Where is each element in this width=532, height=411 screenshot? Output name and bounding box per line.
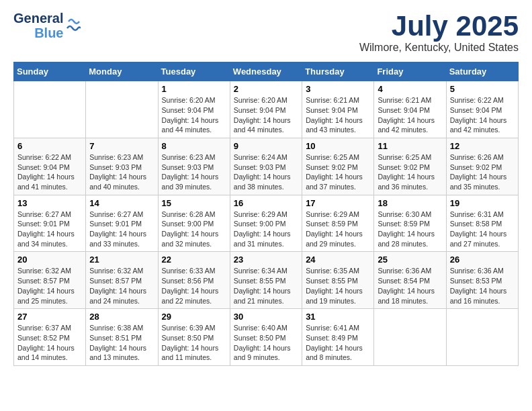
calendar-cell: 23Sunrise: 6:34 AM Sunset: 8:55 PM Dayli… xyxy=(230,252,302,309)
day-number: 11 xyxy=(378,141,442,151)
header-sunday: Sunday xyxy=(14,62,86,81)
calendar-cell: 27Sunrise: 6:37 AM Sunset: 8:52 PM Dayli… xyxy=(14,309,86,366)
day-info: Sunrise: 6:27 AM Sunset: 9:01 PM Dayligh… xyxy=(17,210,82,249)
day-number: 6 xyxy=(17,141,82,151)
calendar-cell: 2Sunrise: 6:20 AM Sunset: 9:04 PM Daylig… xyxy=(230,81,302,138)
day-number: 26 xyxy=(450,255,515,265)
calendar-week-row: 27Sunrise: 6:37 AM Sunset: 8:52 PM Dayli… xyxy=(14,309,519,366)
calendar-cell: 31Sunrise: 6:41 AM Sunset: 8:49 PM Dayli… xyxy=(302,309,374,366)
calendar-cell: 13Sunrise: 6:27 AM Sunset: 9:01 PM Dayli… xyxy=(14,195,86,252)
day-number: 12 xyxy=(450,141,515,151)
day-number: 25 xyxy=(378,255,442,265)
header-thursday: Thursday xyxy=(302,62,374,81)
day-info: Sunrise: 6:28 AM Sunset: 9:00 PM Dayligh… xyxy=(162,210,226,249)
day-info: Sunrise: 6:34 AM Sunset: 8:55 PM Dayligh… xyxy=(234,266,298,306)
day-info: Sunrise: 6:20 AM Sunset: 9:04 PM Dayligh… xyxy=(234,95,298,135)
calendar-cell: 26Sunrise: 6:36 AM Sunset: 8:53 PM Dayli… xyxy=(446,252,518,309)
calendar-cell: 3Sunrise: 6:21 AM Sunset: 9:04 PM Daylig… xyxy=(302,81,374,138)
day-info: Sunrise: 6:22 AM Sunset: 9:04 PM Dayligh… xyxy=(450,95,515,135)
calendar-cell: 6Sunrise: 6:22 AM Sunset: 9:04 PM Daylig… xyxy=(14,138,86,195)
calendar-cell xyxy=(86,81,158,138)
day-info: Sunrise: 6:37 AM Sunset: 8:52 PM Dayligh… xyxy=(17,323,82,363)
calendar-cell: 4Sunrise: 6:21 AM Sunset: 9:04 PM Daylig… xyxy=(374,81,446,138)
calendar-cell: 25Sunrise: 6:36 AM Sunset: 8:54 PM Dayli… xyxy=(374,252,446,309)
calendar-cell: 11Sunrise: 6:25 AM Sunset: 9:02 PM Dayli… xyxy=(374,138,446,195)
calendar-week-row: 13Sunrise: 6:27 AM Sunset: 9:01 PM Dayli… xyxy=(14,195,519,252)
calendar-cell: 10Sunrise: 6:25 AM Sunset: 9:02 PM Dayli… xyxy=(302,138,374,195)
day-info: Sunrise: 6:21 AM Sunset: 9:04 PM Dayligh… xyxy=(306,95,370,135)
header-tuesday: Tuesday xyxy=(158,62,230,81)
day-number: 21 xyxy=(89,255,154,265)
day-info: Sunrise: 6:36 AM Sunset: 8:54 PM Dayligh… xyxy=(378,266,442,306)
calendar-cell: 20Sunrise: 6:32 AM Sunset: 8:57 PM Dayli… xyxy=(14,252,86,309)
day-info: Sunrise: 6:29 AM Sunset: 8:59 PM Dayligh… xyxy=(306,210,370,249)
day-info: Sunrise: 6:26 AM Sunset: 9:02 PM Dayligh… xyxy=(450,152,515,192)
calendar-week-row: 1Sunrise: 6:20 AM Sunset: 9:04 PM Daylig… xyxy=(14,81,519,138)
day-number: 24 xyxy=(306,255,370,265)
calendar-cell: 22Sunrise: 6:33 AM Sunset: 8:56 PM Dayli… xyxy=(158,252,230,309)
calendar-header-row: Sunday Monday Tuesday Wednesday Thursday… xyxy=(14,62,519,81)
header-friday: Friday xyxy=(374,62,446,81)
day-info: Sunrise: 6:40 AM Sunset: 8:50 PM Dayligh… xyxy=(234,323,298,363)
day-info: Sunrise: 6:23 AM Sunset: 9:03 PM Dayligh… xyxy=(162,152,226,192)
day-info: Sunrise: 6:35 AM Sunset: 8:55 PM Dayligh… xyxy=(306,266,370,306)
day-number: 5 xyxy=(450,84,515,94)
day-number: 7 xyxy=(89,141,154,151)
day-number: 15 xyxy=(162,198,226,208)
day-number: 23 xyxy=(234,255,298,265)
calendar-cell: 1Sunrise: 6:20 AM Sunset: 9:04 PM Daylig… xyxy=(158,81,230,138)
calendar-cell xyxy=(446,309,518,366)
day-info: Sunrise: 6:41 AM Sunset: 8:49 PM Dayligh… xyxy=(306,323,370,363)
day-info: Sunrise: 6:33 AM Sunset: 8:56 PM Dayligh… xyxy=(162,266,226,306)
day-number: 31 xyxy=(306,312,370,322)
calendar-cell: 12Sunrise: 6:26 AM Sunset: 9:02 PM Dayli… xyxy=(446,138,518,195)
calendar-cell xyxy=(374,309,446,366)
main-title: July 2025 xyxy=(359,11,519,42)
calendar-cell: 14Sunrise: 6:27 AM Sunset: 9:01 PM Dayli… xyxy=(86,195,158,252)
calendar-cell: 7Sunrise: 6:23 AM Sunset: 9:03 PM Daylig… xyxy=(86,138,158,195)
day-info: Sunrise: 6:32 AM Sunset: 8:57 PM Dayligh… xyxy=(17,266,82,306)
logo-text-general: General xyxy=(13,11,63,26)
day-number: 8 xyxy=(162,141,226,151)
day-info: Sunrise: 6:31 AM Sunset: 8:58 PM Dayligh… xyxy=(450,210,515,249)
day-info: Sunrise: 6:22 AM Sunset: 9:04 PM Dayligh… xyxy=(17,152,82,192)
day-info: Sunrise: 6:24 AM Sunset: 9:03 PM Dayligh… xyxy=(234,152,298,192)
calendar-cell: 21Sunrise: 6:32 AM Sunset: 8:57 PM Dayli… xyxy=(86,252,158,309)
calendar-cell: 18Sunrise: 6:30 AM Sunset: 8:59 PM Dayli… xyxy=(374,195,446,252)
day-info: Sunrise: 6:39 AM Sunset: 8:50 PM Dayligh… xyxy=(162,323,226,363)
title-block: July 2025 Wilmore, Kentucky, United Stat… xyxy=(359,11,519,54)
calendar-cell: 16Sunrise: 6:29 AM Sunset: 9:00 PM Dayli… xyxy=(230,195,302,252)
calendar-cell: 5Sunrise: 6:22 AM Sunset: 9:04 PM Daylig… xyxy=(446,81,518,138)
day-number: 16 xyxy=(234,198,298,208)
day-info: Sunrise: 6:21 AM Sunset: 9:04 PM Dayligh… xyxy=(378,95,442,135)
day-info: Sunrise: 6:38 AM Sunset: 8:51 PM Dayligh… xyxy=(89,323,154,363)
day-number: 9 xyxy=(234,141,298,151)
day-info: Sunrise: 6:25 AM Sunset: 9:02 PM Dayligh… xyxy=(306,152,370,192)
day-info: Sunrise: 6:23 AM Sunset: 9:03 PM Dayligh… xyxy=(89,152,154,192)
day-info: Sunrise: 6:25 AM Sunset: 9:02 PM Dayligh… xyxy=(378,152,442,192)
calendar-cell: 29Sunrise: 6:39 AM Sunset: 8:50 PM Dayli… xyxy=(158,309,230,366)
day-number: 19 xyxy=(450,198,515,208)
day-info: Sunrise: 6:20 AM Sunset: 9:04 PM Dayligh… xyxy=(162,95,226,135)
day-number: 28 xyxy=(89,312,154,322)
day-number: 22 xyxy=(162,255,226,265)
calendar-cell: 19Sunrise: 6:31 AM Sunset: 8:58 PM Dayli… xyxy=(446,195,518,252)
day-number: 20 xyxy=(17,255,82,265)
day-number: 27 xyxy=(17,312,82,322)
day-number: 3 xyxy=(306,84,370,94)
day-number: 30 xyxy=(234,312,298,322)
subtitle: Wilmore, Kentucky, United States xyxy=(359,42,519,54)
calendar-cell: 28Sunrise: 6:38 AM Sunset: 8:51 PM Dayli… xyxy=(86,309,158,366)
day-number: 1 xyxy=(162,84,226,94)
page-header: General Blue July 2025 Wilmore, Kentucky… xyxy=(13,11,519,54)
day-number: 18 xyxy=(378,198,442,208)
calendar-cell xyxy=(14,81,86,138)
calendar-week-row: 6Sunrise: 6:22 AM Sunset: 9:04 PM Daylig… xyxy=(14,138,519,195)
header-saturday: Saturday xyxy=(446,62,518,81)
logo-wave-icon xyxy=(66,16,81,35)
day-info: Sunrise: 6:32 AM Sunset: 8:57 PM Dayligh… xyxy=(89,266,154,306)
calendar-table: Sunday Monday Tuesday Wednesday Thursday… xyxy=(13,62,519,366)
day-info: Sunrise: 6:29 AM Sunset: 9:00 PM Dayligh… xyxy=(234,210,298,249)
day-number: 2 xyxy=(234,84,298,94)
calendar-cell: 8Sunrise: 6:23 AM Sunset: 9:03 PM Daylig… xyxy=(158,138,230,195)
